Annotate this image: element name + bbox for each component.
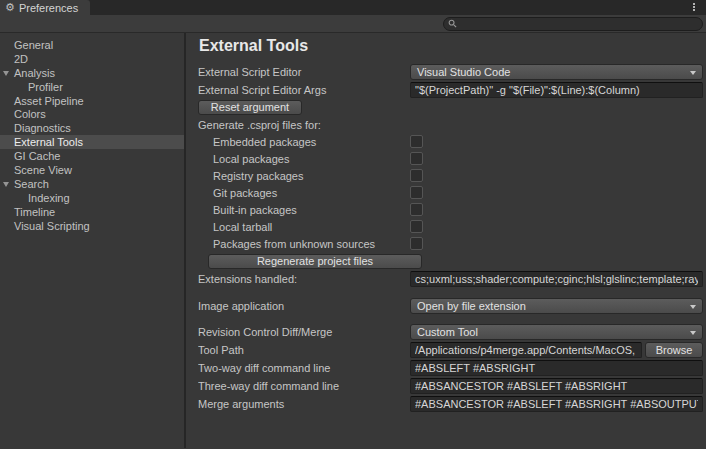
- chevron-down-icon: [690, 71, 696, 75]
- csproj-checkbox-label: Registry packages: [198, 170, 410, 182]
- expander-arrow-icon[interactable]: [3, 71, 9, 76]
- content: General2DAnalysisProfilerAsset PipelineC…: [0, 33, 706, 448]
- sidebar-item-scene-view[interactable]: Scene View: [0, 163, 184, 177]
- two-way-diff-field[interactable]: [410, 360, 703, 376]
- csproj-checkbox-label: Built-in packages: [198, 204, 410, 216]
- sidebar-item-label: Asset Pipeline: [14, 95, 84, 107]
- main-panel: External Tools External Script Editor Vi…: [186, 33, 706, 448]
- merge-arguments-label: Merge arguments: [198, 398, 410, 410]
- sidebar-item-asset-pipeline[interactable]: Asset Pipeline: [0, 94, 184, 108]
- generate-csproj-row: Generate .csproj files for:: [198, 116, 703, 133]
- search-input[interactable]: [457, 18, 698, 30]
- reset-argument-row: Reset argument: [198, 99, 703, 116]
- csproj-checkbox-label: Embedded packages: [198, 136, 410, 148]
- sidebar-item-label: General: [14, 39, 53, 51]
- two-way-diff-label: Two-way diff command line: [198, 362, 410, 374]
- image-application-value: Open by file extension: [417, 300, 526, 312]
- search-icon: [448, 19, 457, 28]
- sidebar-item-label: Diagnostics: [14, 122, 71, 134]
- sidebar-item-profiler[interactable]: Profiler: [0, 80, 184, 94]
- regenerate-row: Regenerate project files: [198, 252, 703, 270]
- tab-title: Preferences: [19, 2, 78, 14]
- three-way-diff-row: Three-way diff command line: [198, 377, 703, 395]
- browse-button[interactable]: Browse: [645, 342, 703, 358]
- script-editor-label: External Script Editor: [198, 66, 410, 78]
- toolbar: [0, 15, 706, 33]
- sidebar-item-gi-cache[interactable]: GI Cache: [0, 149, 184, 163]
- checkbox-local-tarball[interactable]: [410, 220, 423, 233]
- three-way-diff-field[interactable]: [410, 378, 703, 394]
- sidebar-item-search[interactable]: Search: [0, 177, 184, 191]
- extensions-handled-row: Extensions handled:: [198, 270, 703, 288]
- script-editor-dropdown[interactable]: Visual Studio Code: [410, 64, 703, 80]
- checkbox-packages-from-unknown-sources[interactable]: [410, 237, 423, 250]
- script-editor-row: External Script Editor Visual Studio Cod…: [198, 63, 703, 81]
- tool-path-label: Tool Path: [198, 344, 410, 356]
- page-title: External Tools: [199, 37, 703, 54]
- csproj-checkbox-row: Git packages: [198, 184, 703, 201]
- sidebar-item-colors[interactable]: Colors: [0, 107, 184, 121]
- kebab-menu-icon[interactable]: [693, 3, 695, 11]
- sidebar-item-label: Timeline: [14, 206, 55, 218]
- sidebar-item-label: 2D: [14, 53, 28, 65]
- sidebar-item-external-tools[interactable]: External Tools: [0, 135, 184, 149]
- three-way-diff-label: Three-way diff command line: [198, 380, 410, 392]
- sidebar-item-timeline[interactable]: Timeline: [0, 205, 184, 219]
- script-editor-args-field[interactable]: [410, 82, 703, 98]
- image-application-dropdown[interactable]: Open by file extension: [410, 298, 703, 314]
- regenerate-project-files-button[interactable]: Regenerate project files: [208, 254, 422, 269]
- tab-bar: ⚙ Preferences: [0, 0, 706, 15]
- checkbox-local-packages[interactable]: [410, 152, 423, 165]
- chevron-down-icon: [690, 331, 696, 335]
- gear-icon: ⚙: [5, 2, 15, 13]
- sidebar-item-analysis[interactable]: Analysis: [0, 66, 184, 80]
- csproj-checkbox-row: Embedded packages: [198, 133, 703, 150]
- sidebar-list: General2DAnalysisProfilerAsset PipelineC…: [0, 33, 184, 448]
- two-way-diff-row: Two-way diff command line: [198, 359, 703, 377]
- sidebar-item-label: Search: [14, 178, 49, 190]
- merge-arguments-row: Merge arguments: [198, 395, 703, 413]
- expander-arrow-icon[interactable]: [3, 182, 9, 187]
- sidebar-item-label: Scene View: [14, 164, 72, 176]
- reset-argument-button[interactable]: Reset argument: [198, 100, 302, 115]
- sidebar-item-indexing[interactable]: Indexing: [0, 191, 184, 205]
- sidebar-item-label: Visual Scripting: [14, 220, 90, 232]
- image-application-row: Image application Open by file extension: [198, 297, 703, 315]
- sidebar-item-2d[interactable]: 2D: [0, 52, 184, 66]
- csproj-checkbox-row: Local tarball: [198, 218, 703, 235]
- image-application-label: Image application: [198, 300, 410, 312]
- tab-preferences[interactable]: ⚙ Preferences: [0, 0, 90, 15]
- merge-arguments-field[interactable]: [410, 396, 703, 412]
- revision-control-value: Custom Tool: [417, 326, 478, 338]
- sidebar-item-label: Analysis: [14, 67, 55, 79]
- sidebar-item-visual-scripting[interactable]: Visual Scripting: [0, 219, 184, 233]
- csproj-checkbox-row: Built-in packages: [198, 201, 703, 218]
- script-editor-args-row: External Script Editor Args: [198, 81, 703, 99]
- checkbox-list: Embedded packagesLocal packagesRegistry …: [198, 133, 703, 252]
- sidebar-item-diagnostics[interactable]: Diagnostics: [0, 121, 184, 135]
- extensions-handled-field[interactable]: [410, 271, 703, 287]
- sidebar-item-label: Profiler: [28, 81, 63, 93]
- sidebar-item-label: External Tools: [14, 136, 83, 148]
- sidebar-item-label: GI Cache: [14, 150, 60, 162]
- revision-control-row: Revision Control Diff/Merge Custom Tool: [198, 323, 703, 341]
- checkbox-registry-packages[interactable]: [410, 169, 423, 182]
- tool-path-row: Tool Path Browse: [198, 341, 703, 359]
- tool-path-field[interactable]: [410, 342, 642, 358]
- csproj-checkbox-label: Local packages: [198, 153, 410, 165]
- csproj-checkbox-label: Local tarball: [198, 221, 410, 233]
- checkbox-embedded-packages[interactable]: [410, 135, 423, 148]
- csproj-checkbox-label: Packages from unknown sources: [198, 238, 410, 250]
- checkbox-git-packages[interactable]: [410, 186, 423, 199]
- sidebar-item-label: Colors: [14, 108, 46, 120]
- csproj-checkbox-row: Local packages: [198, 150, 703, 167]
- revision-control-dropdown[interactable]: Custom Tool: [410, 324, 703, 340]
- chevron-down-icon: [690, 305, 696, 309]
- sidebar-item-general[interactable]: General: [0, 38, 184, 52]
- search-box[interactable]: [443, 17, 703, 31]
- revision-control-label: Revision Control Diff/Merge: [198, 326, 410, 338]
- checkbox-built-in-packages[interactable]: [410, 203, 423, 216]
- script-editor-value: Visual Studio Code: [417, 66, 510, 78]
- csproj-checkbox-row: Registry packages: [198, 167, 703, 184]
- csproj-checkbox-label: Git packages: [198, 187, 410, 199]
